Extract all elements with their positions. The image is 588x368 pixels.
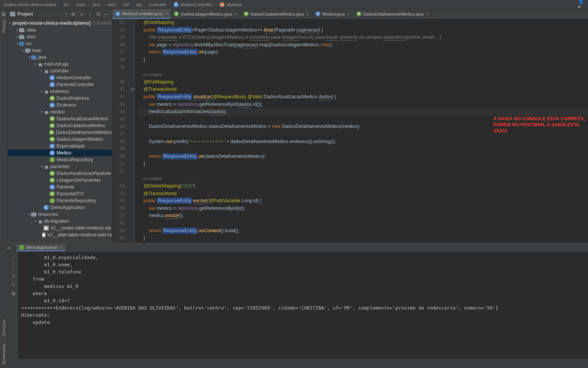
project-tool-button[interactable]: Project: [2, 20, 6, 33]
tree-item[interactable]: ▾controller: [8, 68, 112, 74]
crumb[interactable]: atualizar: [227, 2, 243, 7]
tree-item[interactable]: RListagemDePacientes: [8, 177, 112, 184]
project-panel-header: Project ▼ ⊕ ≡ ÷ ⚙ —: [8, 9, 112, 19]
tree-item[interactable]: ▾db.migration: [8, 218, 112, 225]
project-tool-icon[interactable]: ▦: [2, 11, 6, 17]
tree-item[interactable]: RDadosDetalhamentoMedico: [8, 129, 112, 136]
run-header: Run: DemoApplication ×: [0, 243, 588, 252]
close-icon[interactable]: ×: [60, 245, 62, 250]
user-annotation: A SAIDA NO CONSOLE ESTA CORRETA, POREM N…: [493, 116, 585, 134]
project-panel-title[interactable]: Project: [17, 11, 63, 17]
tree-item[interactable]: RPacienteDTO: [8, 190, 112, 197]
hide-icon[interactable]: —: [104, 11, 110, 17]
spring-icon: [19, 245, 24, 250]
annotation-line: VAZIA: [493, 128, 585, 134]
soft-wrap-icon[interactable]: ↲: [12, 273, 16, 278]
tree-item[interactable]: RDadosAtualizacaoPaciente: [8, 170, 112, 177]
editor-tabs: CMedicoController.java×RDadosListagemMed…: [112, 9, 588, 19]
tree-item[interactable]: CEspecialidade: [8, 143, 112, 149]
tree-item[interactable]: ▾medico: [8, 109, 112, 115]
tree-item[interactable]: CDemoApplication: [8, 204, 112, 211]
annotation-arrows: [0, 359, 588, 368]
tree-item[interactable]: CMedico: [8, 149, 112, 156]
structure-tool-button[interactable]: Structure: [2, 319, 6, 337]
settings-icon[interactable]: ⚙: [95, 11, 101, 17]
up-arrow-icon[interactable]: ↑: [13, 255, 15, 260]
close-icon[interactable]: ×: [347, 11, 350, 17]
run-tab-label: DemoApplication: [26, 245, 57, 250]
bookmarks-tool-button[interactable]: Bookmarks: [2, 343, 6, 364]
tree-item[interactable]: IMedicoRepository: [8, 156, 112, 163]
tree-root[interactable]: ▾projeto-inicial-clinica-medica [demo]C:…: [8, 20, 112, 27]
crumb[interactable]: med: [107, 2, 115, 7]
console-output[interactable]: m1_0.especialidade, m1_0.nome, m1_0.tele…: [18, 252, 588, 359]
crumb[interactable]: api: [136, 2, 142, 7]
annotation-line: A SAIDA NO CONSOLE ESTA CORRETA,: [493, 116, 585, 122]
crumb[interactable]: controller: [149, 2, 166, 7]
method-icon: m: [219, 2, 225, 7]
run-tool-window: Run: DemoApplication × ↻ 🔧 ■ ⎋ ▭ 🗑 ↑ ↓ ↲…: [0, 243, 588, 359]
tree-item[interactable]: RDadosCadastrosMedico: [8, 122, 112, 129]
tree-item[interactable]: RDadosListagemMedico: [8, 136, 112, 143]
tree-item[interactable]: ▾pacientes: [8, 163, 112, 170]
tree-item[interactable]: CMedicoController: [8, 74, 112, 81]
folder-icon: [10, 12, 15, 16]
left-tool-gutter: ▦ Project: [0, 9, 8, 243]
tree-item[interactable]: ▾med.voll.api: [8, 61, 112, 68]
close-icon[interactable]: ×: [165, 11, 168, 17]
tree-item[interactable]: ▾endereco: [8, 88, 112, 95]
tree-item[interactable]: RDadosEndereco: [8, 95, 112, 102]
crumb[interactable]: voll: [123, 2, 129, 7]
tree-item[interactable]: ▸.idea: [8, 27, 112, 33]
down-arrow-icon[interactable]: ↓: [13, 264, 15, 269]
user-avatar-button[interactable]: 👤▾: [578, 1, 585, 7]
editor-tab[interactable]: RDadosCadastrosMedico.java×: [241, 9, 312, 19]
line-number-gutter: 3334353637383940414243444546474849505152…: [112, 19, 130, 243]
collapse-all-icon[interactable]: ÷: [87, 11, 93, 17]
crumb[interactable]: src: [63, 2, 69, 7]
print-icon[interactable]: 🖶: [11, 291, 16, 296]
fold-column[interactable]: @: [130, 19, 135, 243]
class-icon: C: [173, 2, 179, 7]
tree-item[interactable]: CPacienteController: [8, 81, 112, 88]
tree-item[interactable]: CPaciente: [8, 184, 112, 190]
close-icon[interactable]: ×: [306, 11, 309, 17]
crumb[interactable]: MedicoController: [181, 2, 212, 7]
editor-tab[interactable]: CMedicoController.java×: [112, 9, 171, 19]
crumb[interactable]: projeto-inicial-clinica-medica: [4, 2, 56, 7]
select-opened-file-icon[interactable]: ⊕: [70, 11, 76, 17]
run-config-tab[interactable]: DemoApplication ×: [16, 244, 65, 251]
annotation-line: POREM NO POSTMAN, A SAIDA ESTA: [493, 122, 585, 128]
tree-item[interactable]: CEndereco: [8, 102, 112, 109]
project-panel: Project ▼ ⊕ ≡ ÷ ⚙ — ▾projeto-inicial-cli…: [8, 9, 112, 243]
tree-item[interactable]: ▤V1__create-table-medicos.sql: [8, 225, 112, 231]
chevron-down-icon[interactable]: ▼: [65, 12, 68, 16]
tree-item[interactable]: RDadosAtualizacaoMedico: [8, 115, 112, 122]
crumb[interactable]: java: [93, 2, 100, 7]
project-tree[interactable]: ▾projeto-inicial-clinica-medica [demo]C:…: [8, 19, 112, 243]
tree-item[interactable]: IPacienteRepository: [8, 197, 112, 204]
tree-item[interactable]: ▾java: [8, 54, 112, 61]
scroll-to-end-icon[interactable]: ⤓: [12, 282, 16, 287]
expand-all-icon[interactable]: ≡: [79, 11, 85, 17]
tree-item[interactable]: ▤V2__alter-table-medicos-add-co: [8, 231, 112, 238]
override-icon[interactable]: @: [131, 86, 135, 93]
editor-tab[interactable]: RDadosListagemMedico.java×: [171, 9, 241, 19]
tree-item[interactable]: ▾resources: [8, 211, 112, 218]
tree-item[interactable]: ▾src: [8, 40, 112, 47]
close-icon[interactable]: ×: [426, 11, 429, 17]
editor-tab[interactable]: RDadosDetalhamentoMedico.java×: [353, 9, 432, 19]
tree-item[interactable]: ▸.mvn: [8, 33, 112, 40]
editor-tab[interactable]: CMedico.java×: [312, 9, 353, 19]
crumb[interactable]: main: [76, 2, 85, 7]
close-icon[interactable]: ×: [235, 11, 238, 17]
run-sub-toolbar: ↑ ↓ ↲ ⤓ 🖶: [9, 252, 18, 359]
tree-item[interactable]: ▾main: [8, 47, 112, 54]
breadcrumb: projeto-inicial-clinica-medica〉 src〉 mai…: [0, 0, 588, 9]
